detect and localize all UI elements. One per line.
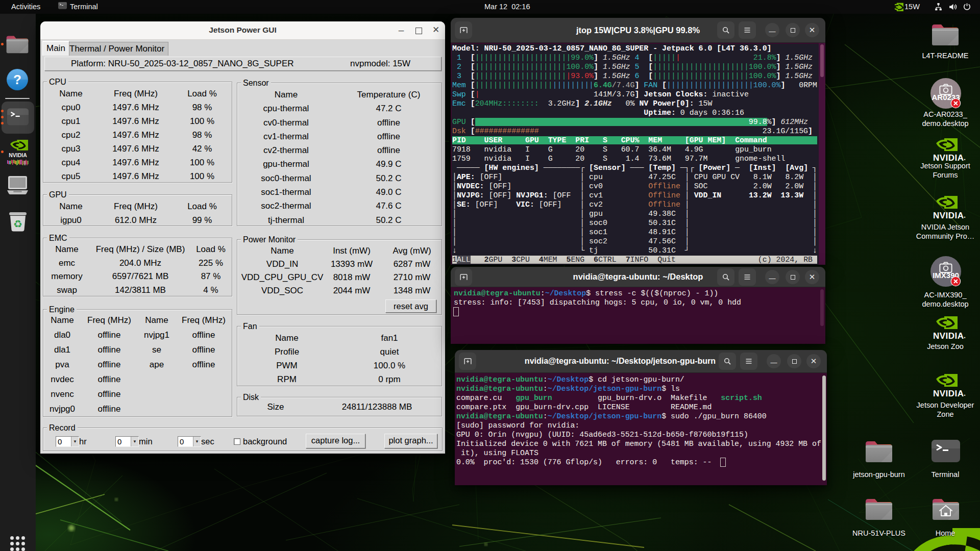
svg-text:?: ? [13,72,21,87]
svg-text:♻: ♻ [13,218,22,230]
